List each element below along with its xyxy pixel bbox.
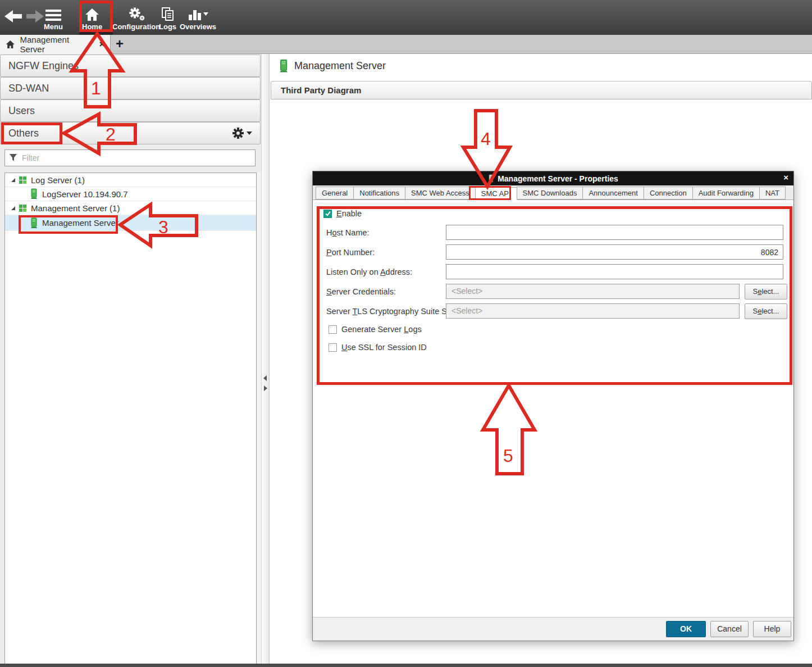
tree-scrollbar[interactable] <box>257 173 261 665</box>
tab-smc-downloads[interactable]: SMC Downloads <box>517 187 583 199</box>
sidebar-item-others[interactable]: Others <box>0 122 261 144</box>
use-ssl-checkbox[interactable] <box>329 343 337 352</box>
group-grid-icon <box>19 176 26 184</box>
dialog-footer: OK Cancel Help <box>313 617 793 641</box>
cancel-button[interactable]: Cancel <box>710 621 749 637</box>
tab-close-icon[interactable]: × <box>99 39 104 49</box>
enable-label: Enable <box>336 209 362 218</box>
dialog-close-icon[interactable]: × <box>783 173 788 182</box>
tab-smc-api[interactable]: SMC API <box>475 187 517 200</box>
host-name-input[interactable] <box>446 225 783 240</box>
tree-item-label: Management Server (1) <box>31 203 120 213</box>
tree-item-label: Log Server (1) <box>31 175 85 185</box>
filter-input[interactable] <box>4 149 256 166</box>
filter-field-wrap <box>4 149 256 166</box>
tab-announcement[interactable]: Announcement <box>582 187 644 199</box>
menu-icon <box>45 7 61 21</box>
server-credentials-value[interactable]: <Select> <box>446 284 740 299</box>
menu-label: Menu <box>44 22 63 31</box>
tab-audit-forwarding[interactable]: Audit Forwarding <box>692 187 760 199</box>
dialog-body: Enable Host Name: Port Number: Listen On… <box>313 200 793 618</box>
tab-home-icon <box>6 40 15 49</box>
panel-splitter[interactable] <box>261 54 270 667</box>
dialog-titlebar[interactable]: Management Server - Properties × <box>313 171 793 185</box>
collapse-right-icon[interactable] <box>264 385 267 391</box>
properties-dialog: Management Server - Properties × General… <box>312 171 794 641</box>
tab-connection[interactable]: Connection <box>644 187 693 199</box>
check-icon <box>325 210 331 217</box>
tab-smc-web-access[interactable]: SMC Web Access <box>405 187 476 199</box>
panel-header-label: Third Party Diagram <box>281 85 361 95</box>
configuration-icon <box>127 7 145 21</box>
page-title: Management Server <box>279 59 386 73</box>
sidebar-item-label: NGFW Engines <box>8 60 79 72</box>
tree-row-management-server[interactable]: Management Server <box>5 215 256 231</box>
logs-button[interactable]: Logs <box>159 0 176 35</box>
chevron-down-icon <box>247 131 252 135</box>
element-tree: Log Server (1) LogServer 10.194.90.7 Man… <box>4 173 257 665</box>
dialog-tabbar: General Notifications SMC Web Access SMC… <box>313 185 793 200</box>
server-icon <box>488 174 494 183</box>
generate-logs-label: Generate Server Logs <box>341 325 422 334</box>
tree-row-log-server-group[interactable]: Log Server (1) <box>5 173 256 187</box>
server-tls-select-button[interactable]: Select... <box>745 303 787 319</box>
overviews-icon <box>188 7 209 21</box>
new-tab-button[interactable]: + <box>111 35 129 54</box>
configuration-button[interactable]: Configuration <box>112 0 160 35</box>
expand-caret-icon[interactable] <box>11 206 16 211</box>
server-tls-value[interactable]: <Select> <box>446 303 740 319</box>
server-icon <box>30 188 38 199</box>
logs-label: Logs <box>159 22 176 31</box>
window-bottom-edge <box>0 664 812 667</box>
overviews-label: Overviews <box>180 22 216 31</box>
server-credentials-label: Server Credentials: <box>326 284 396 300</box>
home-active-indicator <box>79 31 113 35</box>
help-button[interactable]: Help <box>753 621 791 637</box>
sidebar-item-label: Users <box>8 105 35 117</box>
port-number-input[interactable] <box>446 244 783 260</box>
menu-button[interactable]: Menu <box>44 0 63 35</box>
tree-row-management-server-group[interactable]: Management Server (1) <box>5 201 256 215</box>
page-title-text: Management Server <box>294 60 386 72</box>
server-tls-label: Server TLS Cryptography Suite Set <box>326 303 454 319</box>
tab-nat[interactable]: NAT <box>759 187 786 199</box>
listen-only-label: Listen Only on Address: <box>326 264 412 280</box>
home-icon <box>85 7 99 21</box>
generate-logs-checkbox[interactable] <box>329 325 337 334</box>
gear-icon <box>231 126 245 140</box>
server-icon <box>30 217 38 229</box>
home-button[interactable]: Home <box>82 0 102 35</box>
top-toolbar: Menu Home <box>0 0 812 35</box>
ok-button[interactable]: OK <box>666 621 706 637</box>
tab-management-server[interactable]: Management Server × <box>0 35 111 54</box>
sidebar-item-users[interactable]: Users <box>0 99 261 122</box>
home-label: Home <box>82 22 102 31</box>
dialog-title-text: Management Server - Properties <box>498 174 618 183</box>
document-tabbar: Management Server × + <box>0 35 812 54</box>
listen-only-input[interactable] <box>446 264 783 279</box>
sidebar-item-ngfw-engines[interactable]: NGFW Engines <box>0 55 261 77</box>
generate-logs-checkbox-row: Generate Server Logs <box>329 325 422 334</box>
sidebar-item-label: Others <box>8 128 39 139</box>
enable-checkbox[interactable] <box>323 210 332 218</box>
sidebar-item-sd-wan[interactable]: SD-WAN <box>0 77 261 99</box>
server-icon <box>279 59 288 73</box>
use-ssl-label: Use SSL for Session ID <box>341 343 427 352</box>
collapse-left-icon[interactable] <box>263 375 267 381</box>
overviews-button[interactable]: Overviews <box>180 0 216 35</box>
tree-row-logserver[interactable]: LogServer 10.194.90.7 <box>5 187 256 201</box>
forward-arrow-icon[interactable] <box>26 10 44 23</box>
server-credentials-select-button[interactable]: Select... <box>745 284 787 300</box>
sidebar-item-label: SD-WAN <box>8 83 49 94</box>
tab-notifications[interactable]: Notifications <box>353 187 405 199</box>
tree-item-label: LogServer 10.194.90.7 <box>42 189 128 199</box>
tab-general[interactable]: General <box>316 187 354 199</box>
use-ssl-checkbox-row: Use SSL for Session ID <box>329 343 427 352</box>
host-name-label: Host Name: <box>326 225 369 241</box>
configuration-label: Configuration <box>112 22 160 31</box>
others-tools-button[interactable] <box>231 126 252 140</box>
back-arrow-icon[interactable] <box>4 10 22 23</box>
third-party-diagram-header[interactable]: Third Party Diagram <box>271 81 812 99</box>
expand-caret-icon[interactable] <box>11 178 16 183</box>
logs-icon <box>161 7 175 21</box>
